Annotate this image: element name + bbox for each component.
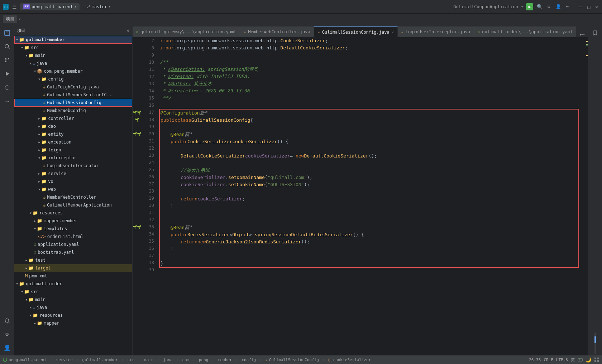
tree-item-order-src[interactable]: ▾ 📁 src <box>14 288 132 296</box>
run-icon[interactable]: ▶ <box>526 3 533 10</box>
tree-item-sentinel[interactable]: ☕ GulimallMemberSentineIC... <box>14 91 132 99</box>
tree-item-session-config[interactable]: ☕ GulimallSessionConfig <box>14 99 132 107</box>
sidebar-item-git[interactable] <box>1 54 14 67</box>
status-com[interactable]: com <box>182 358 189 362</box>
project-selector[interactable]: PP peng-mall-parent ▾ <box>20 3 80 10</box>
bean-gutter-33b[interactable]: 🌱 <box>137 225 141 229</box>
tree-item-member-web-config[interactable]: ☕ MemberWebConfig <box>14 107 132 115</box>
sidebar-item-find[interactable] <box>1 40 14 53</box>
tree-item-orderlist[interactable]: </> orderList.html <box>14 233 132 241</box>
status-encoding[interactable]: CRLF <box>544 358 553 362</box>
bean-gutter-33[interactable]: 🌱 <box>133 225 137 229</box>
tree-item-config[interactable]: ▾ 📁 config <box>14 75 132 83</box>
tree-item-src[interactable]: ▾ 📁 src <box>14 44 132 52</box>
bean-gutter-20b[interactable]: 🌱 <box>137 132 141 136</box>
spring-boot-gutter-17b[interactable]: 🌱 <box>137 111 141 115</box>
status-classname[interactable]: ☕ GulimallSessionConfig <box>266 358 319 362</box>
tree-item-order-resources[interactable]: ▾ 📁 resources <box>14 311 132 319</box>
tree-item-resources[interactable]: ▾ 📁 resources <box>14 209 132 217</box>
status-position[interactable]: 26:33 <box>529 358 541 362</box>
status-memory[interactable] <box>578 357 583 362</box>
tree-item-member-app[interactable]: ☕ GulimallMemberApplication <box>14 201 132 209</box>
tree-item-java[interactable]: ▾ ☕ java <box>14 59 132 67</box>
tab-member-ctrl[interactable]: ☕ MemberWebController.java <box>240 26 314 37</box>
minimize-button[interactable]: ─ <box>578 4 583 9</box>
tab-order-yaml[interactable]: ⚙ gulimall-order\...\application.yaml <box>474 26 577 37</box>
tree-item-gulifeigh[interactable]: ☕ GuliFeighConfig.java <box>14 83 132 91</box>
tree-item-gulimall-order[interactable]: ▾ 📁 gulimall-order <box>14 280 132 288</box>
tree-item-target[interactable]: ▸ 📁 target <box>14 264 132 272</box>
tree-item-entity[interactable]: ▸ 📁 entity <box>14 130 132 138</box>
tree-item-pom[interactable]: M pom.xml <box>14 272 132 280</box>
tree-item-dao[interactable]: ▸ 📁 dao <box>14 122 132 130</box>
tree-item-vo[interactable]: ▸ 📁 vo <box>14 178 132 185</box>
spring-boot-gutter-18[interactable]: 🌱 <box>135 118 139 122</box>
tree-item-order-java[interactable]: ▸ ☕ java <box>14 304 132 311</box>
status-moon-icon[interactable]: 🌙 <box>586 357 591 363</box>
tab-session-config[interactable]: ☕ GulimallSessionConfig.java ✕ <box>314 26 398 37</box>
tree-item-member-web-ctrl[interactable]: ☕ MemberWebController <box>14 193 132 201</box>
tree-item-web[interactable]: ▾ 📁 web <box>14 185 132 193</box>
sidebar-item-run[interactable] <box>1 67 14 80</box>
status-lang[interactable]: 英 <box>571 357 575 363</box>
tree-item-interceptor[interactable]: ▾ 📁 interceptor <box>14 154 132 162</box>
maximize-button[interactable]: □ <box>586 4 591 9</box>
hamburger-menu-icon[interactable]: ☰ <box>11 4 17 10</box>
status-member[interactable]: gulimall-member <box>82 358 118 362</box>
spring-boot-gutter-17[interactable]: 🌱 <box>133 111 137 115</box>
tree-item-exception[interactable]: ▸ 📁 exception <box>14 138 132 146</box>
tree-item-test[interactable]: ▸ 📁 test <box>14 256 132 264</box>
status-java[interactable]: java <box>163 358 173 362</box>
status-main[interactable]: main <box>144 358 154 362</box>
status-charset[interactable]: UTF-8 <box>556 358 568 362</box>
tree-item-mapper-member[interactable]: ▸ 📁 mapper.member <box>14 217 132 225</box>
code-line-18: public class GulimallSessionConfig { <box>161 117 578 124</box>
tab-login-interceptor[interactable]: ☕ LoginUserInterceptor.java <box>398 26 474 37</box>
right-panel-bookmark[interactable] <box>589 26 602 39</box>
status-peng[interactable]: peng <box>199 358 209 362</box>
toolbar-dropdown-icon[interactable]: ▾ <box>19 17 21 21</box>
scroll-thumb[interactable] <box>594 336 596 343</box>
tab-close-button[interactable]: ✕ <box>392 30 394 34</box>
sidebar-item-notifications[interactable] <box>1 314 14 327</box>
app-dropdown-icon[interactable]: ▾ <box>521 5 523 9</box>
status-method[interactable]: ⬡ cookieSerializer <box>328 358 371 362</box>
search-icon[interactable]: 🔍 <box>537 4 543 10</box>
status-service[interactable]: service <box>56 358 73 362</box>
settings-icon[interactable]: ⚙ <box>546 4 552 10</box>
tree-item-app-yaml[interactable]: ⚙ application.yaml <box>14 241 132 248</box>
tree-item-feign[interactable]: ▸ 📁 feign <box>14 146 132 154</box>
close-button[interactable]: ✕ <box>594 4 599 9</box>
sidebar-item-person[interactable]: 👤 <box>1 341 14 354</box>
tree-item-gulimall-member[interactable]: ▾ 📁 gulimall-member <box>14 36 132 44</box>
tree-item-main[interactable]: ▾ 📁 main <box>14 52 132 59</box>
panel-gear-icon[interactable]: ⚙ <box>127 28 129 33</box>
file-tree[interactable]: ▾ 📁 gulimall-member ▾ 📁 src ▾ 📁 main ▾ ☕… <box>14 36 132 355</box>
sidebar-item-plugins[interactable]: ⬡ <box>1 81 14 94</box>
toolbar-project-label[interactable]: 项目 <box>3 15 17 23</box>
status-member-sub[interactable]: member <box>218 358 232 362</box>
tree-item-login-interceptor[interactable]: ☕ LoginUserInterceptor <box>14 162 132 170</box>
tree-item-order-main[interactable]: ▾ 📁 main <box>14 296 132 304</box>
status-config[interactable]: config <box>242 358 256 362</box>
tree-item-com-peng-member[interactable]: ▾ 📦 com.peng.member <box>14 67 132 75</box>
tree-item-service[interactable]: ▸ 📁 service <box>14 170 132 178</box>
status-src[interactable]: src <box>128 358 135 362</box>
sidebar-item-more[interactable]: ⋯ <box>1 94 14 107</box>
more-icon[interactable]: ⋯ <box>565 4 570 10</box>
tree-item-bootstrap-yaml[interactable]: ⚙ bootstrap.yaml <box>14 248 132 256</box>
tabs-overflow-button[interactable]: ▾ ⋯ <box>577 32 587 37</box>
branch-selector[interactable]: ⎇ master ▾ <box>82 3 114 10</box>
bean-gutter-20[interactable]: 🌱 <box>133 132 137 136</box>
tab-gateway-yaml[interactable]: ⚙ gulimall-gateway\...\application.yaml <box>133 26 240 37</box>
profile-icon[interactable]: 👤 <box>555 4 561 10</box>
status-project[interactable]: peng-mall-parent <box>3 358 47 362</box>
tree-item-controller[interactable]: ▸ 📁 controller <box>14 115 132 122</box>
status-grid-icon[interactable] <box>594 357 599 362</box>
tree-item-templates[interactable]: ▾ 📁 templates <box>14 225 132 233</box>
sidebar-item-project[interactable] <box>1 26 14 39</box>
code-editor[interactable]: import org.springframework.session.web.h… <box>157 37 582 355</box>
sidebar-item-settings[interactable]: ⚙ <box>1 327 14 340</box>
scroll-track[interactable] <box>594 333 596 354</box>
tree-item-order-mapper[interactable]: ▸ 📁 mapper <box>14 319 132 327</box>
